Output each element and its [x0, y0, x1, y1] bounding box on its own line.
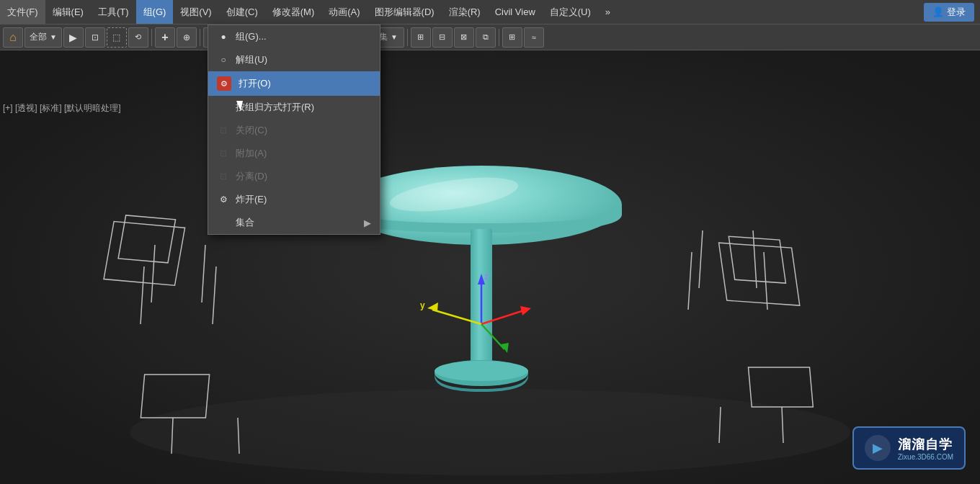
toolbar-select2-btn[interactable]: ⊡: [85, 27, 105, 48]
dropdown-detach-label: 分离(D): [236, 170, 267, 183]
svg-marker-32: [427, 302, 438, 311]
open-icon-box: ⚙: [217, 76, 231, 91]
menu-animation[interactable]: 动画(A): [321, 0, 367, 24]
create-selection-chevron-icon: ▼: [391, 33, 398, 41]
dropdown-chevron-icon: ▼: [50, 33, 57, 41]
menu-render[interactable]: 渲染(R): [442, 0, 488, 24]
dropdown-group-label: 组(G)...: [236, 30, 267, 43]
all-label: 全部: [30, 31, 47, 43]
dropdown-assembly-label: 集合: [236, 216, 254, 229]
dropdown-item-open[interactable]: ⚙ 打开(O): [208, 71, 380, 96]
detach-icon: ⊡: [217, 170, 230, 183]
svg-point-20: [341, 166, 622, 245]
svg-line-15: [172, 418, 173, 454]
dropdown-close-label: 关闭(C): [236, 124, 267, 137]
toolbar-view4-btn[interactable]: ⧉: [476, 27, 496, 48]
menu-view[interactable]: 视图(V): [173, 0, 218, 24]
ungroup-icon: ○: [217, 53, 230, 66]
toolbar-view1-btn[interactable]: ⊞: [411, 27, 431, 48]
svg-rect-23: [471, 229, 492, 369]
dropdown-item-group[interactable]: ● 组(G)...: [208, 25, 380, 48]
svg-rect-3: [118, 215, 175, 263]
menu-bar: 文件(F) 编辑(E) 工具(T) 组(G) 视图(V) 创建(C) 修改器(M…: [0, 0, 980, 24]
menu-graph-editor[interactable]: 图形编辑器(D): [368, 0, 442, 24]
dropdown-item-ungroup[interactable]: ○ 解组(U): [208, 48, 380, 71]
svg-line-5: [213, 266, 216, 324]
svg-rect-14: [141, 375, 209, 418]
svg-line-29: [481, 310, 526, 324]
scene-svg: z y: [0, 50, 980, 484]
open-recursive-icon: [217, 101, 230, 114]
submenu-arrow-icon: ▶: [364, 218, 371, 228]
svg-line-12: [699, 230, 703, 288]
svg-line-34: [481, 324, 504, 349]
dropdown-item-explode[interactable]: ⚙ 炸开(E): [208, 188, 380, 211]
dropdown-item-open-recursive[interactable]: 按组归方式打开(R): [208, 96, 380, 119]
svg-line-7: [202, 245, 205, 302]
toolbar-select-btn[interactable]: ▶: [63, 27, 84, 48]
svg-line-19: [782, 407, 783, 443]
toolbar-sep-4: [407, 29, 408, 46]
menu-file[interactable]: 文件(F): [0, 0, 45, 24]
dropdown-item-close: ⊡ 关闭(C): [208, 119, 380, 142]
user-icon: 👤: [932, 6, 944, 17]
group-icon: ●: [217, 30, 230, 43]
toolbar-view2-btn[interactable]: ⊟: [432, 27, 453, 48]
menu-customize[interactable]: 自定义(U): [543, 0, 598, 24]
menu-edit[interactable]: 编辑(E): [45, 0, 91, 24]
cursor-indicator: [236, 101, 245, 114]
watermark-main-text: 溜溜自学: [898, 436, 953, 453]
svg-line-4: [141, 266, 144, 324]
watermark-icon: ▶: [865, 435, 891, 461]
explode-icon: ⚙: [217, 193, 230, 206]
dropdown-menu: ● 组(G)... ○ 解组(U) ⚙ 打开(O) 按组归方式打开(R) ⊡ 关…: [208, 24, 380, 235]
svg-line-10: [688, 252, 692, 310]
menu-civil-view[interactable]: Civil View: [488, 0, 543, 24]
toolbar-layout1-btn[interactable]: ⊞: [502, 27, 522, 48]
toolbar-region-btn[interactable]: ⬚: [107, 27, 127, 48]
toolbar: ⌂ 全部 ▼ ▶ ⊡ ⬚ ⟲ + ⊕ 3° ρ° % ≋ ↗ ⌖ 创建选择集 ▼…: [0, 24, 980, 50]
toolbar-move-btn[interactable]: ⊕: [177, 27, 197, 48]
svg-line-11: [764, 252, 767, 310]
svg-line-18: [719, 407, 721, 443]
svg-line-13: [753, 230, 757, 288]
dropdown-open-label: 打开(O): [239, 77, 271, 90]
watermark-text: 溜溜自学 Zixue.3D66.COM: [898, 436, 953, 461]
toolbar-all-dropdown[interactable]: 全部 ▼: [24, 27, 62, 48]
svg-rect-0: [0, 50, 980, 484]
svg-point-25: [435, 361, 528, 381]
svg-point-1: [130, 389, 850, 475]
svg-marker-30: [520, 306, 531, 315]
dropdown-item-attach: ⊡ 附加(A): [208, 142, 380, 165]
menu-tools[interactable]: 工具(T): [91, 0, 136, 24]
dropdown-item-assembly[interactable]: 集合 ▶: [208, 211, 380, 234]
menu-more[interactable]: »: [598, 0, 618, 24]
svg-point-21: [388, 171, 520, 218]
svg-point-24: [435, 360, 528, 386]
svg-rect-9: [729, 236, 785, 283]
login-label: 登录: [947, 6, 966, 19]
toolbar-lasso-btn[interactable]: ⟲: [128, 27, 148, 48]
toolbar-view3-btn[interactable]: ⊠: [454, 27, 474, 48]
toolbar-transform-btn[interactable]: ⌂: [3, 27, 23, 48]
attach-icon: ⊡: [217, 147, 230, 160]
menu-modifier[interactable]: 修改器(M): [265, 0, 322, 24]
dropdown-explode-label: 炸开(E): [236, 193, 267, 206]
cursor-arrow-icon: [236, 101, 243, 111]
viewport-label: [+] [透视] [标准] [默认明暗处理]: [3, 102, 121, 115]
login-button[interactable]: 👤 登录: [924, 3, 974, 22]
dropdown-open-recursive-label: 按组归方式打开(R): [236, 101, 314, 114]
toolbar-sep-2: [200, 29, 200, 46]
svg-line-16: [238, 418, 239, 454]
svg-marker-35: [501, 343, 509, 353]
menu-group[interactable]: 组(G): [136, 0, 174, 24]
toolbar-plus-btn[interactable]: +: [155, 27, 175, 48]
menu-create[interactable]: 创建(C): [219, 0, 265, 24]
watermark-sub-text: Zixue.3D66.COM: [898, 453, 953, 461]
toolbar-sep-5: [499, 29, 499, 46]
dropdown-item-detach: ⊡ 分离(D): [208, 165, 380, 188]
toolbar-layout2-btn[interactable]: ≈: [524, 27, 544, 48]
dropdown-attach-label: 附加(A): [236, 147, 267, 160]
toolbar-sep-1: [151, 29, 152, 46]
svg-line-31: [432, 310, 481, 324]
